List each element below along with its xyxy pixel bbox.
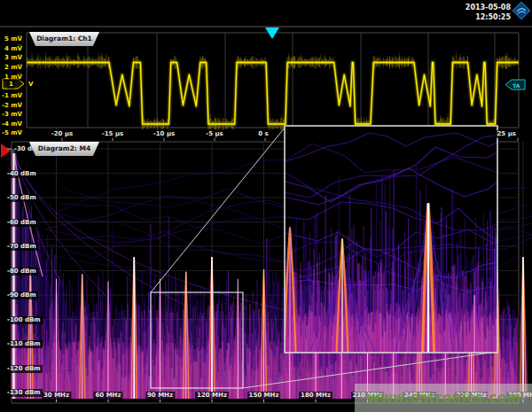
time-label: 12:50:25: [466, 12, 511, 22]
datetime-display: 2013-05-08 12:50:25: [466, 3, 511, 22]
scope-canvas: [0, 0, 532, 412]
oscilloscope-screen: 2013-05-08 12:50:25 Diagram1: Ch1 Diagra…: [0, 0, 532, 412]
tab-diagram2[interactable]: Diagram2: M4: [29, 142, 99, 156]
tab-diagram1[interactable]: Diagram1: Ch1: [29, 32, 99, 46]
watermark-text: www.cntronics.com: [357, 390, 531, 406]
rohde-schwarz-logo: [512, 2, 530, 19]
date-label: 2013-05-08: [466, 3, 511, 12]
